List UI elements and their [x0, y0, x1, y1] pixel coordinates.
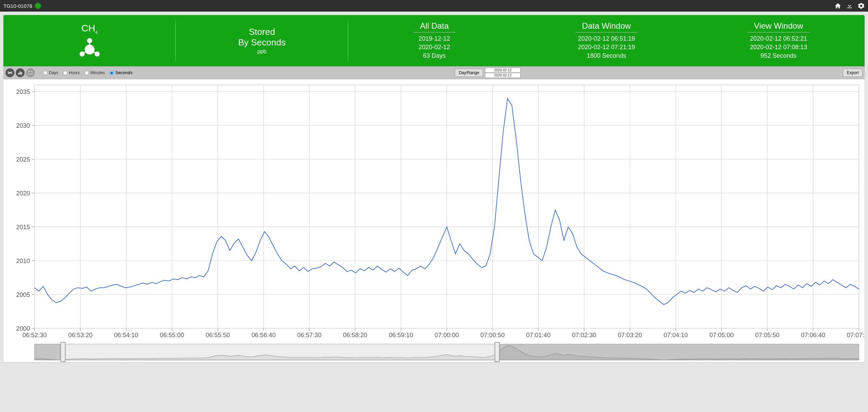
svg-text:07:02:30: 07:02:30: [572, 332, 596, 339]
svg-text:06:52:30: 06:52:30: [23, 332, 47, 339]
storage-line1: Stored: [249, 27, 275, 37]
summary-header: CH4 Stored By Seconds ppb All Data: [3, 15, 865, 66]
svg-point-7: [9, 72, 11, 73]
svg-text:06:59:10: 06:59:10: [389, 332, 413, 339]
device-title: TG10-01078: [3, 3, 32, 9]
svg-point-4: [88, 39, 92, 43]
svg-rect-9: [20, 71, 21, 74]
svg-text:07:00:00: 07:00:00: [435, 332, 459, 339]
svg-rect-8: [18, 73, 19, 74]
svg-text:2015: 2015: [16, 224, 30, 231]
svg-text:2020: 2020: [16, 190, 30, 197]
svg-text:2005: 2005: [16, 291, 30, 298]
molecule-icon: [79, 37, 101, 58]
svg-text:06:56:40: 06:56:40: [251, 332, 276, 339]
home-icon[interactable]: [834, 2, 841, 9]
date-range-inputs: 2020-02-12 2020-02-12: [485, 68, 521, 78]
navigator-handle-right[interactable]: [495, 342, 499, 361]
storage-line2: By Seconds: [238, 37, 286, 48]
svg-text:06:54:10: 06:54:10: [114, 332, 138, 339]
svg-point-5: [80, 52, 84, 56]
status-indicator: [35, 3, 41, 9]
svg-point-3: [85, 45, 94, 54]
radio-hours[interactable]: Hours: [63, 70, 80, 75]
chart-area: 2000200520102015202020252030203506:52:30…: [3, 79, 865, 362]
control-bar: Days Hours Minutes Seconds Day/Range 202…: [3, 66, 865, 79]
radio-days[interactable]: Days: [43, 70, 58, 75]
summary-storage: Stored By Seconds ppb: [176, 15, 348, 66]
day-range-button[interactable]: Day/Range: [455, 69, 483, 77]
download-icon[interactable]: [846, 2, 853, 9]
radio-minutes[interactable]: Minutes: [84, 70, 105, 75]
navigator-handle-left[interactable]: [61, 342, 65, 361]
svg-text:07:00:50: 07:00:50: [481, 332, 505, 339]
summary-view-window: View Window 2020-02-12 06:52:21 2020-02-…: [693, 15, 865, 66]
svg-text:06:53:20: 06:53:20: [68, 332, 93, 339]
summary-chemical: CH4: [3, 15, 175, 66]
svg-text:2010: 2010: [16, 258, 30, 264]
view-window-span: 952 Seconds: [761, 52, 797, 60]
svg-text:06:55:00: 06:55:00: [160, 332, 184, 339]
all-data-span: 63 Days: [423, 52, 446, 60]
svg-text:2000: 2000: [16, 325, 30, 332]
all-data-start: 2019-12-12: [419, 35, 450, 43]
svg-rect-95: [497, 344, 859, 360]
date-start-input[interactable]: 2020-02-12: [485, 68, 521, 73]
data-window-start: 2020-02-12 06:51:19: [578, 35, 635, 43]
data-window-title: Data Window: [575, 21, 638, 32]
main-panel: CH4 Stored By Seconds ppb All Data: [3, 15, 865, 362]
svg-text:07:03:20: 07:03:20: [618, 332, 642, 339]
bar-chart-icon[interactable]: [16, 68, 25, 77]
svg-text:07:06:40: 07:06:40: [801, 332, 825, 339]
view-window-start: 2020-02-12 06:52:21: [750, 35, 807, 43]
svg-text:06:55:50: 06:55:50: [206, 332, 230, 339]
svg-rect-10: [21, 72, 22, 74]
data-window-span: 1800 Seconds: [587, 52, 626, 60]
svg-text:07:07:30: 07:07:30: [847, 332, 865, 339]
storage-unit: ppb: [257, 49, 266, 55]
svg-rect-94: [35, 344, 63, 360]
svg-text:06:58:20: 06:58:20: [343, 332, 367, 339]
line-chart[interactable]: 2000200520102015202020252030203506:52:30…: [3, 79, 865, 362]
date-end-input[interactable]: 2020-02-12: [485, 73, 521, 78]
chemical-subscript: 4: [95, 30, 97, 35]
svg-text:2025: 2025: [16, 156, 30, 163]
summary-data-window: Data Window 2020-02-12 06:51:19 2020-02-…: [521, 15, 693, 66]
radio-seconds[interactable]: Seconds: [109, 70, 132, 75]
export-button[interactable]: Export: [843, 69, 863, 77]
svg-text:2035: 2035: [16, 88, 30, 95]
all-data-title: All Data: [413, 21, 456, 32]
resolution-radios: Days Hours Minutes Seconds: [43, 70, 132, 75]
live-icon[interactable]: [5, 68, 14, 77]
svg-text:07:04:10: 07:04:10: [663, 332, 688, 339]
summary-all-data: All Data 2019-12-12 2020-02-12 63 Days: [348, 15, 520, 66]
all-data-end: 2020-02-12: [419, 43, 450, 52]
top-bar: TG10-01078: [0, 0, 868, 12]
view-window-end: 2020-02-12 07:08:13: [750, 43, 807, 52]
data-window-end: 2020-02-12 07:21:19: [578, 43, 635, 52]
view-window-title: View Window: [747, 21, 810, 32]
svg-text:07:05:00: 07:05:00: [709, 332, 734, 339]
gear-icon[interactable]: [858, 2, 865, 9]
svg-text:07:01:40: 07:01:40: [526, 332, 551, 339]
fullscreen-icon[interactable]: [26, 68, 35, 77]
svg-text:2030: 2030: [16, 122, 30, 129]
svg-text:06:57:30: 06:57:30: [297, 332, 321, 339]
svg-point-6: [95, 52, 99, 56]
svg-text:07:05:50: 07:05:50: [755, 332, 779, 339]
chemical-symbol: CH: [81, 23, 95, 33]
